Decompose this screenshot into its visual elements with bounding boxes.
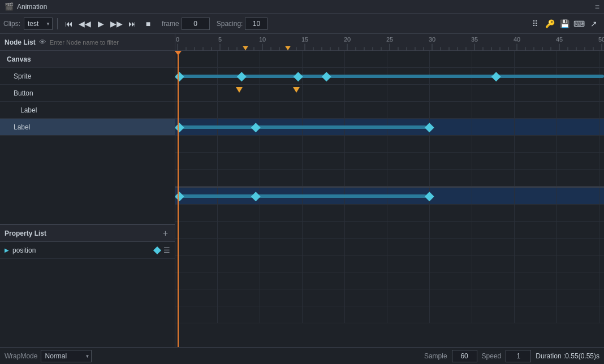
skip-start-button[interactable]: ⏮ [62, 17, 76, 31]
stop-button[interactable]: ■ [141, 17, 155, 31]
node-list-items: Canvas Sprite Button Label Label [0, 51, 175, 136]
toolbar-separator-1 [57, 18, 58, 29]
status-right: Sample Speed Duration :0.55(0.55)s [424, 350, 599, 362]
duration-text: Duration :0.55(0.55)s [536, 352, 599, 360]
wrapmode-select-wrapper: Normal Loop Ping-Pong Once [41, 350, 92, 362]
track-bar-label [178, 125, 426, 129]
node-filter-input[interactable] [50, 39, 170, 46]
track-row-sprite [175, 68, 604, 85]
clips-label: Clips: [3, 20, 20, 28]
prop-expand-icon: ▶ [5, 247, 9, 253]
track-bar-property [178, 194, 426, 198]
node-item-button[interactable]: Button [0, 85, 175, 102]
clips-select-wrapper: test idle walk [24, 18, 53, 30]
sample-label: Sample [424, 352, 447, 360]
track-bg-label-sub [175, 102, 604, 118]
track-bg-empty-3 [175, 170, 604, 186]
toolbar: Clips: test idle walk ⏮ ◀◀ ▶ ▶▶ ⏭ ■ fram… [0, 14, 604, 34]
track-row-prop-empty-7 [175, 306, 604, 323]
spacing-label: Spacing: [217, 20, 243, 28]
sample-input[interactable] [452, 350, 477, 362]
spacing-input[interactable] [245, 18, 268, 30]
wrapmode-label: WrapMode [5, 352, 37, 360]
track-row-label [175, 119, 604, 136]
node-list-spacer [0, 136, 175, 225]
dots-grid-button[interactable]: ⠿ [528, 17, 542, 31]
timeline-ruler [175, 34, 604, 51]
add-property-button[interactable]: + [161, 228, 170, 239]
ruler-canvas [175, 34, 604, 50]
track-row-empty-1 [175, 136, 604, 153]
wrapmode-select[interactable]: Normal Loop Ping-Pong Once [41, 350, 92, 362]
menu-icon[interactable]: ≡ [595, 2, 599, 11]
property-items: ▶ position ☰ [0, 242, 175, 259]
export-button[interactable]: ↗ [587, 17, 601, 31]
node-item-label-sub[interactable]: Label [0, 102, 175, 119]
toolbar-right-buttons: ⠿ 🔑 💾 ⌨ ↗ [528, 17, 601, 31]
track-row-prop-empty-2 [175, 222, 604, 239]
node-list-header: Node List 👁 [0, 34, 175, 51]
step-forward-button[interactable]: ▶▶ [110, 17, 123, 31]
marker-triangle-1 [236, 87, 243, 93]
title-bar: 🎬 Animation ≡ [0, 0, 604, 14]
track-row-empty-2 [175, 153, 604, 170]
skip-end-button[interactable]: ⏭ [126, 17, 139, 31]
node-label-button: Button [14, 89, 33, 97]
speed-input[interactable] [506, 350, 531, 362]
timeline-area [175, 34, 604, 347]
track-row-empty-3 [175, 170, 604, 187]
prop-keyframe-diamond[interactable] [153, 246, 161, 254]
track-row-prop-empty-6 [175, 289, 604, 306]
track-row-property-position [175, 188, 604, 205]
node-label-label: Label [14, 123, 30, 131]
track-bg-canvas [175, 51, 604, 67]
marker-2 [296, 87, 303, 93]
timeline-tracks[interactable] [175, 51, 604, 347]
node-item-canvas[interactable]: Canvas [0, 51, 175, 68]
property-list-title: Property List [5, 229, 161, 237]
property-list-empty-space [0, 259, 175, 347]
save-button[interactable]: 💾 [558, 17, 571, 31]
track-row-prop-empty-3 [175, 239, 604, 255]
left-panel: Node List 👁 Canvas Sprite Button Label L… [0, 34, 175, 347]
node-item-sprite[interactable]: Sprite [0, 68, 175, 85]
track-row-prop-empty-5 [175, 272, 604, 289]
prop-list-icon[interactable]: ☰ [163, 246, 170, 254]
node-list-title: Node List [5, 38, 36, 46]
track-bg-empty-2 [175, 153, 604, 169]
track-row-label-sub [175, 102, 604, 119]
node-label-label-sub: Label [20, 106, 37, 114]
prop-name-position: position [12, 246, 36, 254]
node-label-canvas: Canvas [7, 55, 31, 63]
erase-button[interactable]: ⌨ [572, 17, 586, 31]
track-row-canvas [175, 51, 604, 68]
step-back-button[interactable]: ◀◀ [78, 17, 92, 31]
main-area: Node List 👁 Canvas Sprite Button Label L… [0, 34, 604, 347]
play-button[interactable]: ▶ [94, 17, 107, 31]
title-text: Animation [17, 3, 47, 11]
visibility-toggle-icon[interactable]: 👁 [39, 38, 46, 46]
key-button[interactable]: 🔑 [543, 17, 556, 31]
speed-label: Speed [482, 352, 502, 360]
node-item-label[interactable]: Label [0, 119, 175, 136]
track-row-prop-empty-4 [175, 255, 604, 272]
frame-input[interactable] [182, 18, 210, 30]
track-bg-empty-1 [175, 136, 604, 152]
clips-select[interactable]: test idle walk [24, 18, 53, 30]
property-list-header: Property List + [0, 225, 175, 242]
node-label-sprite: Sprite [14, 72, 31, 80]
frame-label: frame [162, 20, 179, 28]
animation-icon: 🎬 [5, 2, 14, 11]
track-row-prop-empty-1 [175, 205, 604, 222]
marker-1 [239, 87, 245, 93]
property-item-position[interactable]: ▶ position ☰ [0, 242, 175, 259]
status-bar: WrapMode Normal Loop Ping-Pong Once Samp… [0, 347, 604, 364]
marker-triangle-2 [293, 87, 300, 93]
